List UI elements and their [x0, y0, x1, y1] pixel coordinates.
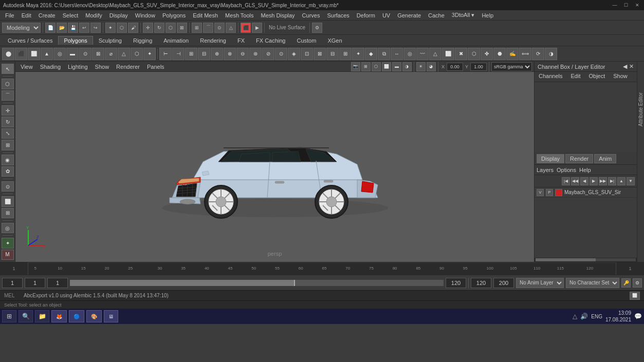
range-end-input[interactable]: [493, 278, 514, 288]
layers-nav-next[interactable]: ▶: [590, 177, 598, 185]
auto-key-btn[interactable]: 🔑: [621, 278, 631, 288]
render-tab-btn[interactable]: Render: [565, 154, 593, 163]
snap-point-icon[interactable]: ⊙: [214, 23, 225, 33]
menu-cache[interactable]: Cache: [425, 12, 448, 19]
vp-smooth-icon[interactable]: ⬜: [382, 62, 391, 71]
vp-shaded-icon[interactable]: ◑: [402, 62, 412, 71]
tab-curves-surfaces[interactable]: Curves / Surfaces: [2, 36, 58, 45]
menu-window[interactable]: Window: [132, 12, 158, 19]
sphere-icon[interactable]: ⬤: [2, 48, 14, 60]
new-file-icon[interactable]: 📄: [45, 23, 56, 33]
options-link[interactable]: Options: [557, 167, 576, 173]
offset-edge-icon[interactable]: ⊠: [314, 48, 326, 60]
cb-tab-edit[interactable]: Edit: [566, 72, 584, 82]
duplicate-icon[interactable]: ⧉: [378, 48, 390, 60]
prism-icon[interactable]: △: [118, 48, 130, 60]
menu-deform[interactable]: Deform: [354, 12, 378, 19]
start-frame-input[interactable]: [2, 278, 23, 288]
vp-light-icon[interactable]: ☀: [416, 62, 426, 71]
scroll-track[interactable]: [536, 258, 636, 261]
tab-rendering[interactable]: Rendering: [194, 36, 232, 45]
menu-help[interactable]: Help: [479, 12, 496, 19]
universal-manip[interactable]: ⊞: [2, 140, 14, 150]
smooth-icon[interactable]: 〰: [416, 48, 429, 60]
time-slider[interactable]: [70, 280, 444, 286]
menu-create[interactable]: Create: [35, 12, 59, 19]
xray-icon[interactable]: ◑: [545, 48, 557, 60]
anim-tab-btn[interactable]: Anim: [594, 154, 616, 163]
taskbar-app-5[interactable]: 🖥: [104, 310, 118, 322]
merge-icon[interactable]: ⊕: [211, 48, 223, 60]
disc-icon[interactable]: ⊙: [79, 48, 91, 60]
cb-float-btn[interactable]: ◀: [623, 63, 627, 70]
edge-flow-icon[interactable]: ↔: [391, 48, 403, 60]
taskbar-app-3[interactable]: 🔵: [69, 310, 84, 322]
layers-nav-down[interactable]: ▼: [627, 177, 635, 185]
viewport-menu-view[interactable]: View: [17, 63, 36, 70]
mirror-geo-icon[interactable]: ⟺: [519, 48, 531, 60]
combine-icon[interactable]: ⊗: [224, 48, 236, 60]
rotate-tool[interactable]: ↻: [2, 117, 14, 127]
paint-icon[interactable]: 🖌: [128, 23, 138, 33]
viewport-menu-shading[interactable]: Shading: [37, 63, 64, 70]
sculpt-icon[interactable]: ✍: [506, 48, 519, 60]
redo-icon[interactable]: ↪: [90, 23, 101, 33]
layers-nav-next-next[interactable]: ▶▶: [599, 177, 607, 185]
insert-edge-icon[interactable]: ⊡: [301, 48, 313, 60]
taskbar-maya[interactable]: 🎨: [86, 310, 102, 322]
menu-display[interactable]: Display: [106, 12, 131, 19]
cone-icon[interactable]: ▲: [41, 48, 53, 60]
ipr-icon[interactable]: ▶: [252, 23, 262, 33]
tab-sculpting[interactable]: Sculpting: [93, 36, 127, 45]
maya-logo-icon[interactable]: M: [2, 250, 14, 260]
layers-nav-up[interactable]: ▲: [617, 177, 625, 185]
tray-network-icon[interactable]: △: [573, 313, 577, 320]
snap-curve-icon[interactable]: ⌒: [203, 23, 213, 33]
bool-diff-icon[interactable]: ⊘: [262, 48, 274, 60]
remesh-icon[interactable]: ✤: [481, 48, 493, 60]
select-tool[interactable]: ↖: [2, 64, 14, 74]
cb-tab-show[interactable]: Show: [609, 72, 632, 82]
menu-3dtoall[interactable]: 3DtoAll ▾: [449, 11, 478, 19]
viewport-menu-show[interactable]: Show: [92, 63, 113, 70]
paint-select-tool[interactable]: ⬡: [2, 79, 14, 89]
layer-color-swatch[interactable]: [555, 189, 562, 196]
menu-uv[interactable]: UV: [379, 12, 393, 19]
triangulate-icon[interactable]: △: [429, 48, 441, 60]
pyramid-icon[interactable]: ⬡: [131, 48, 143, 60]
plane-icon[interactable]: ▬: [66, 48, 79, 60]
helix-icon[interactable]: ⌀: [105, 48, 117, 60]
close-button[interactable]: ✕: [634, 2, 641, 9]
cb-tab-channels[interactable]: Channels: [535, 72, 566, 82]
help-link[interactable]: Help: [579, 167, 591, 173]
tab-animation[interactable]: Animation: [158, 36, 194, 45]
separate-icon[interactable]: ⊖: [236, 48, 249, 60]
layers-nav-prev-prev[interactable]: ◀◀: [571, 177, 579, 185]
range-start-input[interactable]: [471, 278, 491, 288]
vp-cam-icon[interactable]: 📷: [351, 62, 360, 71]
maya-icon[interactable]: ✦: [2, 238, 14, 248]
menu-edit[interactable]: Edit: [19, 12, 34, 19]
layers-link[interactable]: Layers: [537, 167, 554, 173]
soft-mod-tool[interactable]: ◉: [2, 155, 14, 165]
field3-input[interactable]: [47, 278, 68, 288]
torus-icon[interactable]: ◎: [53, 48, 66, 60]
save-file-icon[interactable]: 💾: [68, 23, 78, 33]
reduce-icon[interactable]: ⬡: [468, 48, 480, 60]
menu-edit-mesh[interactable]: Edit Mesh: [190, 12, 221, 19]
bridge-icon[interactable]: ⊣: [172, 48, 185, 60]
rotate-icon[interactable]: ↻: [154, 23, 164, 33]
max-frame-input[interactable]: [446, 278, 466, 288]
menu-select[interactable]: Select: [60, 12, 82, 19]
select-icon[interactable]: ✦: [105, 23, 116, 33]
mode-dropdown[interactable]: Modeling: [2, 23, 41, 33]
viewport-menu-renderer[interactable]: Renderer: [113, 63, 143, 70]
scale-tool[interactable]: ⤡: [2, 128, 14, 139]
attribute-editor-side-tab[interactable]: Attribute Editor: [637, 62, 644, 262]
layout-icon[interactable]: ⬜: [2, 196, 14, 206]
viewport-menu-panels[interactable]: Panels: [144, 63, 168, 70]
cleanup-icon[interactable]: ✖: [455, 48, 467, 60]
viewport[interactable]: View Shading Lighting Show Renderer Pane…: [15, 62, 534, 262]
current-frame-input[interactable]: [25, 278, 45, 288]
connect-icon[interactable]: ⊟: [326, 48, 339, 60]
